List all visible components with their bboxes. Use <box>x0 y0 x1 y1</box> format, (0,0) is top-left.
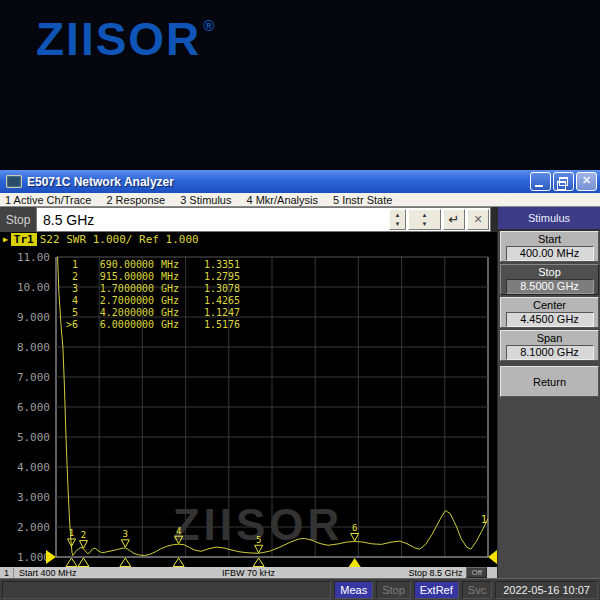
marker-number: 1 <box>58 259 78 271</box>
status-bar: Meas Stop ExtRef Svc 2022-05-16 10:07 <box>0 578 600 600</box>
softkey-value: 4.4500 GHz <box>506 312 594 327</box>
marker-value: 1.4265 <box>186 295 240 307</box>
softkey-stop-button[interactable]: Stop 8.5000 GHz <box>500 264 599 295</box>
y-axis-label: 8.000 <box>17 341 50 354</box>
status-timestamp: 2022-05-16 10:07 <box>495 581 598 599</box>
y-axis-label: 11.00 <box>17 251 50 264</box>
fine-stepper[interactable]: ▲ ▼ <box>389 209 406 230</box>
window-titlebar: E5071C Network Analyzer ✕ <box>0 170 600 193</box>
y-axis-label: 5.000 <box>17 431 50 444</box>
marker-axis-icon <box>66 558 77 567</box>
y-axis-label: 4.000 <box>17 461 50 474</box>
restore-button[interactable] <box>553 172 574 191</box>
brand-logo-text: ZIISOR <box>36 13 201 65</box>
close-icon: ✕ <box>577 174 596 187</box>
marker-table: 1690.00000MHz1.3351 2915.00000MHz1.2795 … <box>58 259 240 331</box>
marker-number-label: 6 <box>352 523 357 533</box>
cancel-icon: ✕ <box>473 213 482 226</box>
footer-off-badge[interactable]: Off <box>466 567 487 578</box>
marker-axis-icon <box>253 558 264 567</box>
menu-item-stimulus[interactable]: 3 Stimulus <box>180 194 231 206</box>
softkey-label: Span <box>537 332 563 344</box>
stop-frequency-input[interactable] <box>37 208 388 231</box>
brand-banner: ZIISOR® <box>0 0 600 170</box>
marker-value: 1.5176 <box>186 319 240 331</box>
softkey-value: 8.5000 GHz <box>506 279 594 294</box>
entry-field-label: Stop <box>0 207 36 232</box>
softkey-return-button[interactable]: Return <box>500 366 599 397</box>
marker-unit: MHz <box>154 259 186 271</box>
trace-edge-label: 1 <box>481 514 487 525</box>
y-axis-label: 9.000 <box>17 311 50 324</box>
app-icon <box>6 175 22 188</box>
marker-number: 3 <box>58 283 78 295</box>
softkey-sidebar: Stimulus Start 400.00 MHz Stop 8.5000 GH… <box>497 207 600 578</box>
step-down-icon[interactable]: ▼ <box>409 220 440 230</box>
softkey-span-button[interactable]: Span 8.1000 GHz <box>500 330 599 361</box>
menu-item-active-ch-trace[interactable]: 1 Active Ch/Trace <box>5 194 91 206</box>
marker-number: >6 <box>58 319 78 331</box>
marker-unit: GHz <box>154 319 186 331</box>
main-row: Stop ▲ ▼ ▲ ▼ ↵ ✕ 11.0010.009. <box>0 207 600 578</box>
footer-right-group: Stop 8.5 GHz Off <box>408 567 497 578</box>
coarse-stepper[interactable]: ▲ ▼ <box>408 209 441 230</box>
step-up-icon[interactable]: ▲ <box>390 210 405 220</box>
step-down-icon[interactable]: ▼ <box>390 220 405 230</box>
menu-item-response[interactable]: 2 Response <box>106 194 165 206</box>
marker-value: 1.3351 <box>186 259 240 271</box>
marker-number-label: 5 <box>256 535 261 545</box>
marker-frequency: 2.7000000 <box>78 295 154 307</box>
marker-number-label: 2 <box>81 530 86 540</box>
reference-level-left-icon <box>46 550 56 564</box>
y-axis-label: 10.00 <box>17 281 50 294</box>
marker-frequency: 915.00000 <box>78 271 154 283</box>
marker-axis-icon <box>173 558 184 567</box>
marker-triangle-icon <box>121 540 129 548</box>
plot-client-area: 11.0010.009.0008.0007.0006.0005.0004.000… <box>0 232 497 567</box>
y-axis-label: 3.000 <box>17 491 50 504</box>
softkey-center-button[interactable]: Center 4.4500 GHz <box>500 297 599 328</box>
marker-unit: GHz <box>154 307 186 319</box>
y-axis-label: 7.000 <box>17 371 50 384</box>
menu-item-mkr-analysis[interactable]: 4 Mkr/Analysis <box>246 194 318 206</box>
softkey-label: Start <box>538 233 561 245</box>
softkey-label: Stop <box>538 266 561 278</box>
minimize-icon <box>535 185 543 187</box>
marker-number: 5 <box>58 307 78 319</box>
y-axis-label: 1.000 <box>17 551 50 564</box>
close-button[interactable]: ✕ <box>576 172 597 191</box>
trace-header: ▶ Tr1 S22 SWR 1.000/ Ref 1.000 <box>3 233 199 246</box>
softkey-label: Return <box>533 376 566 388</box>
active-marker-axis-icon <box>349 558 361 567</box>
marker-unit: GHz <box>154 295 186 307</box>
minimize-button[interactable] <box>530 172 551 191</box>
softkey-value: 8.1000 GHz <box>506 345 594 360</box>
entry-strip: ▲ ▼ ▲ ▼ ↵ ✕ <box>36 207 491 232</box>
status-spacer <box>2 581 331 599</box>
marker-unit: MHz <box>154 271 186 283</box>
marker-frequency: 1.7000000 <box>78 283 154 295</box>
marker-value: 1.3078 <box>186 283 240 295</box>
marker-axis-icon <box>120 558 131 567</box>
enter-button[interactable]: ↵ <box>443 209 465 230</box>
step-up-icon[interactable]: ▲ <box>409 210 440 220</box>
active-trace-arrow-icon: ▶ <box>3 235 8 244</box>
cancel-entry-button[interactable]: ✕ <box>467 209 489 230</box>
trace-tab[interactable]: Tr1 <box>11 233 37 246</box>
enter-icon: ↵ <box>449 212 460 227</box>
status-extref-indicator: ExtRef <box>414 581 459 599</box>
softkey-start-button[interactable]: Start 400.00 MHz <box>500 231 599 262</box>
marker-frequency: 6.0000000 <box>78 319 154 331</box>
registered-trademark-icon: ® <box>203 17 214 34</box>
menu-item-instr-state[interactable]: 5 Instr State <box>333 194 392 206</box>
marker-frequency: 690.00000 <box>78 259 154 271</box>
softkey-label: Center <box>533 299 566 311</box>
marker-value: 1.1247 <box>186 307 240 319</box>
marker-number-label: 4 <box>176 526 181 536</box>
footer-stop-label: Stop 8.5 GHz <box>408 568 462 578</box>
restore-icon <box>559 177 568 186</box>
softkey-value: 400.00 MHz <box>506 246 594 261</box>
status-svc-indicator: Svc <box>462 581 492 599</box>
menu-bar: 1 Active Ch/Trace 2 Response 3 Stimulus … <box>0 193 600 207</box>
trace-format-text: S22 SWR 1.000/ Ref 1.000 <box>40 233 199 246</box>
